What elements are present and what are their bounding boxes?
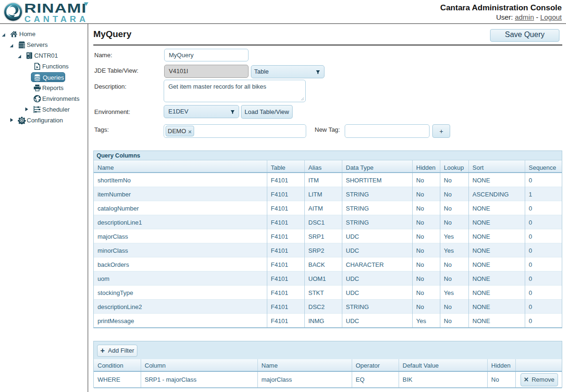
svg-text:CANTARA: CANTARA <box>24 14 89 23</box>
